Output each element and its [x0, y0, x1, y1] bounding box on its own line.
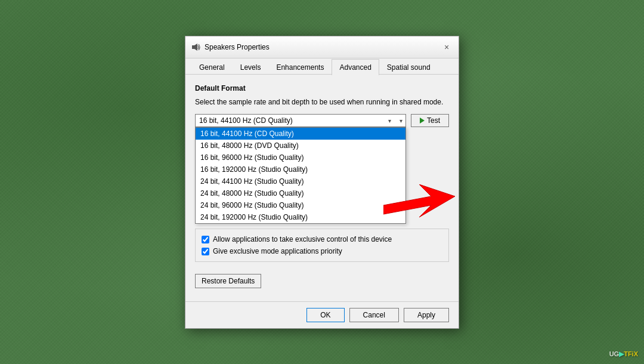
close-button[interactable]: × — [441, 41, 453, 53]
svg-rect-0 — [192, 45, 194, 49]
dropdown-option-1[interactable]: 16 bit, 48000 Hz (DVD Quality) — [196, 140, 405, 152]
exclusive-mode-section: Allow applications to take exclusive con… — [195, 229, 449, 262]
exclusive-mode-box: Allow applications to take exclusive con… — [195, 229, 449, 262]
dropdown-option-2[interactable]: 16 bit, 96000 Hz (Studio Quality) — [196, 152, 405, 164]
ok-button[interactable]: OK — [306, 308, 344, 322]
content-relative: Default Format Select the sample rate an… — [195, 84, 449, 289]
title-bar: Speakers Properties × — [185, 36, 459, 58]
exclusive-priority-checkbox[interactable] — [202, 248, 209, 255]
section-title: Default Format — [195, 84, 449, 92]
tab-advanced[interactable]: Advanced — [332, 59, 379, 75]
test-button[interactable]: Test — [411, 114, 449, 127]
speaker-icon — [191, 42, 201, 52]
format-dropdown[interactable]: 16 bit, 44100 Hz (CD Quality) ▾ — [195, 114, 406, 127]
dropdown-option-6[interactable]: 24 bit, 96000 Hz (Studio Quality) — [196, 199, 405, 211]
selected-option-label: 16 bit, 44100 Hz (CD Quality) — [199, 116, 293, 125]
dropdown-row: 16 bit, 44100 Hz (CD Quality) ▾ 16 bit, … — [195, 114, 449, 127]
dropdown-option-7[interactable]: 24 bit, 192000 Hz (Studio Quality) — [196, 211, 405, 223]
section-desc: Select the sample rate and bit depth to … — [195, 97, 449, 107]
tab-spatial-sound[interactable]: Spatial sound — [379, 59, 438, 75]
title-bar-left: Speakers Properties — [191, 42, 270, 52]
play-icon — [420, 118, 425, 124]
ugofix-logo: UG▶TFiX — [609, 350, 638, 358]
apply-button[interactable]: Apply — [404, 308, 449, 322]
tabs-bar: General Levels Enhancements Advanced Spa… — [185, 58, 459, 75]
exclusive-checkbox-row-1: Allow applications to take exclusive con… — [202, 235, 442, 243]
dropdown-option-4[interactable]: 24 bit, 44100 Hz (Studio Quality) — [196, 175, 405, 187]
speakers-properties-dialog: Speakers Properties × General Levels Enh… — [185, 36, 459, 329]
tab-enhancements[interactable]: Enhancements — [268, 59, 332, 75]
exclusive-control-checkbox[interactable] — [202, 236, 209, 243]
restore-defaults-button[interactable]: Restore Defaults — [195, 274, 261, 288]
dropdown-arrow-icon: ▾ — [388, 118, 391, 124]
dropdown-popup: 16 bit, 44100 Hz (CD Quality) 16 bit, 48… — [195, 127, 406, 224]
dropdown-option-0[interactable]: 16 bit, 44100 Hz (CD Quality) — [196, 128, 405, 140]
content-area: Default Format Select the sample rate an… — [185, 75, 459, 301]
exclusive-control-label: Allow applications to take exclusive con… — [213, 235, 392, 243]
test-label: Test — [427, 116, 440, 125]
dialog-footer: OK Cancel Apply — [185, 301, 459, 328]
dialog-title: Speakers Properties — [205, 43, 270, 51]
dropdown-option-5[interactable]: 24 bit, 48000 Hz (Studio Quality) — [196, 187, 405, 199]
svg-marker-1 — [194, 44, 197, 51]
dropdown-option-3[interactable]: 16 bit, 192000 Hz (Studio Quality) — [196, 164, 405, 175]
tab-general[interactable]: General — [191, 59, 233, 75]
cancel-button[interactable]: Cancel — [349, 308, 399, 322]
format-dropdown-wrapper: 16 bit, 44100 Hz (CD Quality) ▾ 16 bit, … — [195, 114, 406, 127]
exclusive-priority-label: Give exclusive mode applications priorit… — [213, 247, 342, 255]
tab-levels[interactable]: Levels — [233, 59, 269, 75]
exclusive-checkbox-row-2: Give exclusive mode applications priorit… — [202, 247, 442, 255]
